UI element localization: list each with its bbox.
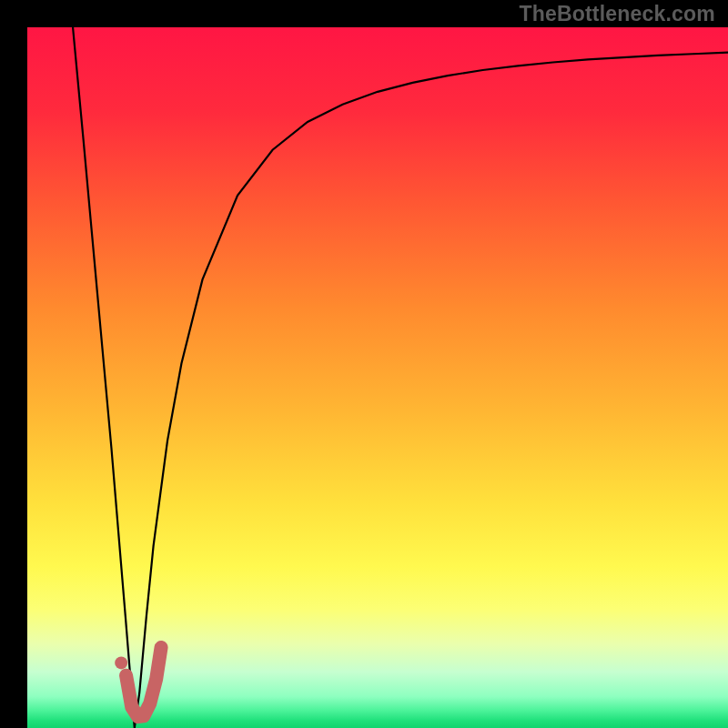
bottleneck-chart-svg xyxy=(27,27,728,728)
watermark-text: TheBottleneck.com xyxy=(519,2,715,26)
gradient-background xyxy=(27,27,728,728)
hook-marker-dot xyxy=(115,656,127,669)
plot-area xyxy=(27,27,728,728)
